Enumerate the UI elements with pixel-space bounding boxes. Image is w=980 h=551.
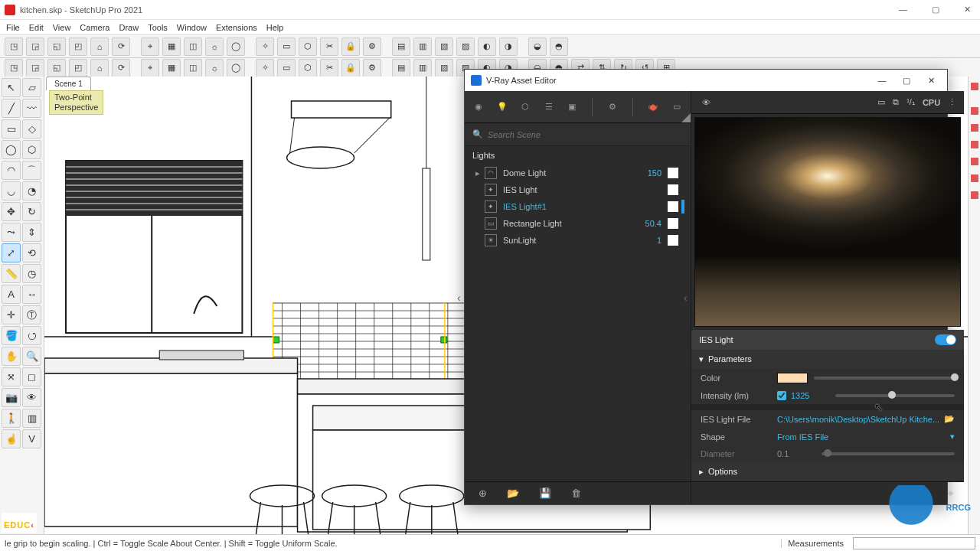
toolbar1-btn-10[interactable]: ◯ <box>227 37 245 56</box>
tray-handle-icon[interactable] <box>971 124 978 132</box>
save-asset-icon[interactable]: 💾 <box>539 487 551 499</box>
toolbar1-btn-24[interactable]: ◓ <box>550 37 568 56</box>
toolbar1-btn-7[interactable]: ▦ <box>162 37 181 56</box>
tab-textures-icon[interactable]: ▣ <box>566 97 578 117</box>
protractor-tool[interactable]: ◷ <box>22 264 41 283</box>
toolbar1-btn-0[interactable]: ◳ <box>5 37 23 56</box>
search-input[interactable] <box>488 130 641 139</box>
toolbar1-btn-9[interactable]: ☼ <box>205 37 224 56</box>
light-color-swatch[interactable] <box>668 218 678 229</box>
interact-tool[interactable]: ☝ <box>2 429 21 448</box>
3pt-arc-tool[interactable]: ◡ <box>2 181 21 201</box>
2pt-arc-tool[interactable]: ⌒ <box>22 161 41 180</box>
light-color-swatch[interactable] <box>668 201 678 212</box>
toolbar1-btn-23[interactable]: ◒ <box>528 37 547 56</box>
light-color-swatch[interactable] <box>668 235 678 246</box>
param-group-options[interactable]: ▸Options <box>691 462 964 481</box>
vray-material-preview[interactable] <box>694 117 961 327</box>
tray-handle-icon[interactable] <box>971 141 978 148</box>
param-intensity-checkbox[interactable] <box>777 391 786 400</box>
look-around-tool[interactable]: 👁 <box>22 388 41 407</box>
toolbar2-btn-9[interactable]: ☼ <box>205 59 224 77</box>
param-group-parameters[interactable]: ▾Parameters <box>691 350 964 369</box>
tab-render-elements-icon[interactable]: ☰ <box>542 97 554 117</box>
axes-tool[interactable]: ✛ <box>2 305 21 324</box>
light-value[interactable]: 1 <box>625 236 662 245</box>
toolbar1-btn-5[interactable]: ⟳ <box>112 37 130 56</box>
dimension-tool[interactable]: ↔ <box>22 285 41 304</box>
menu-draw[interactable]: Draw <box>119 23 139 32</box>
circle-tool[interactable]: ◯ <box>2 140 21 159</box>
light-color-swatch[interactable] <box>668 168 678 178</box>
toolbar2-btn-12[interactable]: ▭ <box>277 59 296 77</box>
toolbar2-btn-2[interactable]: ◱ <box>47 59 66 77</box>
light-value[interactable]: 50.4 <box>625 219 662 228</box>
measurements-input[interactable] <box>853 537 975 549</box>
param-color-swatch[interactable] <box>777 373 808 383</box>
move-tool[interactable]: ✥ <box>2 202 21 221</box>
vray-maximize-button[interactable]: ▢ <box>897 76 916 86</box>
walk-tool[interactable]: 🚶 <box>2 409 21 428</box>
select-tool[interactable]: ↖ <box>2 78 21 97</box>
toolbar2-btn-15[interactable]: 🔒 <box>341 59 360 77</box>
follow-me-tool[interactable]: ⤳ <box>2 223 21 242</box>
tray-handle-icon[interactable] <box>971 107 978 115</box>
preview-menu-icon[interactable]: ⋮ <box>948 97 956 107</box>
preview-quality-toggle[interactable]: ¹/₁ <box>906 97 915 107</box>
position-camera-tool[interactable]: 📷 <box>2 388 21 407</box>
open-file-icon[interactable]: 📂 <box>507 487 519 499</box>
push-pull-tool[interactable]: ⇕ <box>22 223 41 242</box>
tab-render-icon[interactable]: 🫖 <box>647 97 659 117</box>
section-plane-tool[interactable]: ▥ <box>22 409 41 428</box>
param-intensity-value[interactable]: 1325 <box>791 391 829 400</box>
panel-resize-icon[interactable] <box>681 113 691 122</box>
toolbar2-btn-4[interactable]: ⌂ <box>90 59 109 77</box>
toolbar2-btn-18[interactable]: ▥ <box>413 59 432 77</box>
toolbar2-btn-5[interactable]: ⟳ <box>112 59 130 77</box>
zoom-window-tool[interactable]: ◻ <box>22 367 41 386</box>
light-row-ies-light[interactable]: ✦IES Light <box>465 181 691 198</box>
polygon-tool[interactable]: ⬡ <box>22 140 41 159</box>
toolbar2-btn-16[interactable]: ⚙ <box>363 59 381 77</box>
rotated-rectangle-tool[interactable]: ◇ <box>22 119 41 139</box>
toolbar2-btn-8[interactable]: ◫ <box>184 59 202 77</box>
light-row-dome-light[interactable]: ▸◠Dome Light150 <box>465 165 691 181</box>
toolbar1-btn-21[interactable]: ◐ <box>478 37 496 56</box>
toolbar1-btn-17[interactable]: ▤ <box>392 37 410 56</box>
collapse-right-icon[interactable]: ‹ <box>684 292 688 304</box>
menu-help[interactable]: Help <box>266 23 284 32</box>
toolbar1-btn-13[interactable]: ⬡ <box>299 37 317 56</box>
param-color-slider[interactable] <box>814 377 955 380</box>
menu-edit[interactable]: Edit <box>29 23 44 32</box>
toolbar1-btn-3[interactable]: ◰ <box>69 37 87 56</box>
offset-tool[interactable]: ⟲ <box>22 243 41 262</box>
preview-lock-icon[interactable]: ▭ <box>877 97 885 107</box>
light-color-swatch[interactable] <box>668 184 678 195</box>
toolbar2-btn-11[interactable]: ✧ <box>256 59 274 77</box>
freehand-tool[interactable]: 〰 <box>22 99 41 118</box>
preview-mode-label[interactable]: CPU <box>923 98 940 107</box>
zoom-tool[interactable]: 🔍 <box>22 347 41 366</box>
tray-handle-icon[interactable] <box>971 158 978 165</box>
vray-close-button[interactable]: ✕ <box>921 76 941 86</box>
orbit-tool[interactable]: ⭯ <box>22 326 41 345</box>
tray-handle-icon[interactable] <box>971 191 978 199</box>
toolbar1-btn-14[interactable]: ✂ <box>320 37 338 56</box>
toolbar2-btn-17[interactable]: ▤ <box>392 59 410 77</box>
param-shape-value[interactable]: From IES File <box>777 432 950 442</box>
toolbar2-btn-7[interactable]: ▦ <box>162 59 181 77</box>
scale-tool[interactable]: ⤢ <box>2 243 21 262</box>
paint-bucket-tool[interactable]: 🪣 <box>2 326 21 345</box>
3d-text-tool[interactable]: Ⓣ <box>22 305 41 324</box>
vray-titlebar[interactable]: V-Ray Asset Editor — ▢ ✕ <box>465 70 947 91</box>
vray-asset-editor[interactable]: V-Ray Asset Editor — ▢ ✕ ‹ ◉ 💡 ⬡ ☰ ▣ ⚙ 🫖… <box>464 69 948 505</box>
tab-materials-icon[interactable]: ◉ <box>472 97 485 117</box>
tab-lights-icon[interactable]: 💡 <box>495 97 508 117</box>
toolbar2-btn-10[interactable]: ◯ <box>227 59 245 77</box>
light-enable-toggle[interactable] <box>935 334 956 345</box>
light-value[interactable]: 150 <box>625 168 662 178</box>
toolbar2-btn-3[interactable]: ◰ <box>69 59 87 77</box>
tray-handle-icon[interactable] <box>971 174 978 182</box>
zoom-extents-tool[interactable]: ⤧ <box>2 367 21 386</box>
collapse-left-icon[interactable]: ‹ <box>457 292 461 304</box>
